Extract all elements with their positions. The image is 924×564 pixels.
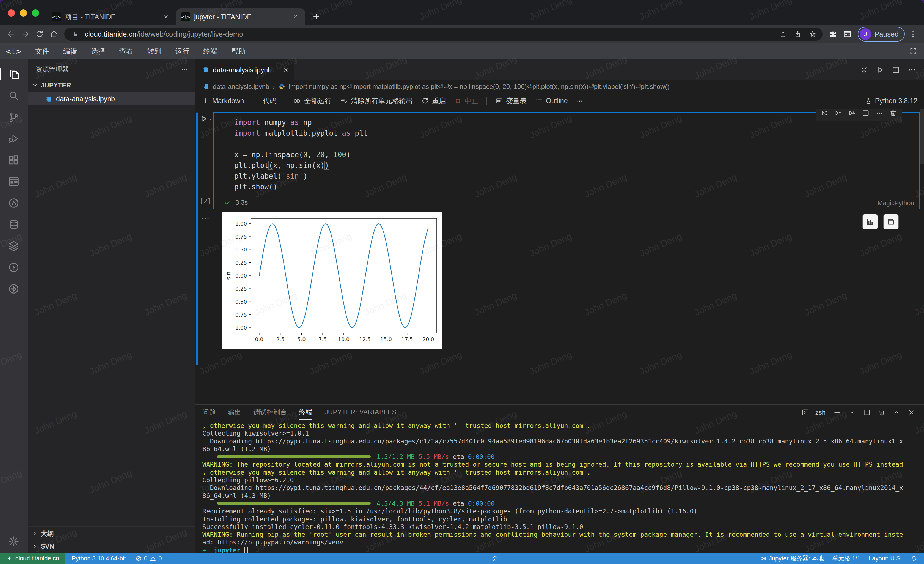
editor-scrollbar-thumb[interactable] (920, 109, 924, 164)
editor-tab-notebook[interactable]: data-analysis.ipynb (195, 59, 294, 80)
delete-cell-icon[interactable] (887, 109, 899, 119)
cell-code-editor[interactable]: import numpy as npimport matplotlib.pypl… (214, 113, 919, 192)
split-terminal-icon[interactable] (861, 407, 872, 418)
split-cell-icon[interactable] (860, 109, 872, 119)
minimize-window-button[interactable] (20, 9, 27, 17)
add-code-button[interactable]: 代码 (252, 96, 276, 105)
python-interpreter-status[interactable]: Python 3.10.4 64-bit (72, 555, 126, 562)
profile-button[interactable]: J Paused (858, 27, 905, 42)
add-markdown-button[interactable]: Markdown (202, 97, 244, 105)
run-cell-button[interactable] (199, 114, 214, 123)
resize-icon[interactable] (7, 282, 20, 295)
bookmark-star-icon[interactable] (807, 29, 818, 40)
breadcrumb-file[interactable]: data-analysis.ipynb (213, 83, 269, 90)
kernel-picker[interactable]: Python 3.8.12 (865, 97, 917, 105)
fullscreen-icon[interactable] (909, 47, 917, 55)
browser-tab-jupyter[interactable]: <t> jupyter - TITANIDE (176, 8, 305, 25)
interrupt-button[interactable]: 中止 (454, 96, 478, 105)
toolbar-more-icon[interactable]: ⋯ (576, 97, 583, 105)
layers-icon[interactable] (7, 239, 20, 253)
execute-below-icon[interactable] (846, 109, 858, 119)
address-bar[interactable]: cloud.titanide.cn/ide/web/coding/jupyter… (64, 27, 822, 41)
menu-view[interactable]: 查看 (112, 43, 140, 59)
menu-edit[interactable]: 编辑 (56, 43, 84, 59)
search-icon[interactable] (7, 89, 20, 102)
extensions-puzzle-icon[interactable] (827, 28, 839, 40)
side-panel-icon[interactable] (841, 28, 854, 40)
back-icon[interactable] (5, 28, 17, 40)
new-terminal-icon[interactable] (832, 407, 843, 418)
cell-language-label[interactable]: MagicPython (878, 200, 914, 207)
menu-terminal[interactable]: 终端 (196, 43, 224, 59)
problems-status[interactable]: 0 0 (135, 555, 162, 562)
variables-button[interactable]: 变量表 (495, 96, 526, 105)
run-cell-dropdown-icon[interactable] (208, 117, 213, 122)
clear-outputs-button[interactable]: 清除所有单元格输出 (340, 96, 413, 105)
browser-menu-icon[interactable] (907, 28, 919, 40)
editor-tab-close-icon[interactable] (282, 66, 289, 73)
sidebar-section-svn[interactable]: SVN (27, 540, 195, 553)
code-cell[interactable]: import numpy as npimport matplotlib.pypl… (213, 112, 920, 209)
notifications-bell-icon[interactable] (910, 555, 917, 562)
clipboard-icon[interactable] (777, 29, 788, 40)
panel-expand-chevrons-icon[interactable] (491, 553, 498, 564)
panel-tab-problems[interactable]: 问题 (202, 405, 216, 420)
outline-button[interactable]: Outline (535, 97, 568, 105)
home-icon[interactable] (48, 28, 60, 40)
menu-file[interactable]: 文件 (28, 43, 56, 59)
terminal-dropdown-icon[interactable] (846, 407, 858, 418)
close-panel-icon[interactable] (906, 407, 917, 418)
panel-tab-debug-console[interactable]: 调试控制台 (254, 405, 287, 420)
menu-go[interactable]: 转到 (140, 43, 168, 59)
execute-cell-and-below-icon[interactable] (819, 109, 830, 119)
terminal-output[interactable]: , otherwise you may silence this warning… (195, 420, 924, 553)
menu-selection[interactable]: 选择 (84, 43, 112, 59)
execute-above-icon[interactable] (832, 109, 844, 119)
run-all-button[interactable]: 全部运行 (293, 96, 332, 105)
tab-close-icon[interactable] (162, 12, 171, 21)
breadcrumb-code[interactable]: import numpy as np⏎import matplotlib.pyp… (289, 83, 669, 90)
settings-gear-icon[interactable] (7, 535, 20, 548)
sidebar-section-outline[interactable]: 大纲 (27, 526, 195, 541)
new-tab-button[interactable]: + (310, 11, 322, 23)
cell-position-status[interactable]: 单元格 1/1 (832, 554, 861, 562)
forward-icon[interactable] (19, 28, 32, 40)
power-icon[interactable] (7, 261, 20, 274)
output-more-icon[interactable]: ⋯ (201, 214, 210, 223)
panel-tab-jupyter-variables[interactable]: JUPYTER: VARIABLES (324, 405, 396, 420)
sidebar-file-notebook[interactable]: data-analysis.ipynb (27, 92, 195, 105)
split-editor-icon[interactable] (890, 64, 902, 76)
run-debug-icon[interactable] (7, 132, 20, 145)
explorer-icon[interactable] (7, 68, 20, 81)
cell-more-actions-icon[interactable] (874, 109, 885, 119)
reload-icon[interactable] (33, 28, 46, 40)
maximize-panel-icon[interactable] (891, 407, 902, 418)
panel-tab-output[interactable]: 输出 (228, 405, 242, 420)
share-icon[interactable] (792, 29, 803, 40)
save-plot-button[interactable] (883, 214, 899, 229)
menu-help[interactable]: 帮助 (224, 43, 252, 59)
sidebar-section-jupyter[interactable]: JUPYTER (27, 78, 195, 92)
editor-more-actions-icon[interactable] (906, 64, 918, 76)
zoom-window-button[interactable] (32, 9, 39, 17)
jupyter-server-status[interactable]: Jupyter 服务器: 本地 (760, 554, 824, 562)
open-in-plot-viewer-button[interactable] (862, 214, 878, 229)
browser-tab-project[interactable]: <t> 项目 - TITANIDE (47, 8, 176, 25)
run-notebook-icon[interactable] (874, 64, 886, 76)
shell-name[interactable]: zsh (815, 409, 825, 416)
remote-indicator[interactable]: cloud.titanide.cn (0, 553, 65, 564)
source-control-icon[interactable] (7, 111, 20, 124)
kill-terminal-icon[interactable] (876, 407, 887, 418)
live-share-icon[interactable] (7, 196, 20, 210)
extensions-icon[interactable] (7, 153, 20, 167)
restart-kernel-button[interactable]: 重启 (421, 96, 446, 105)
notebook-settings-gear-icon[interactable] (858, 64, 870, 76)
database-icon[interactable] (7, 218, 20, 231)
browser-preview-icon[interactable] (7, 175, 20, 188)
panel-tab-terminal[interactable]: 终端 (299, 405, 313, 420)
menu-run[interactable]: 运行 (168, 43, 196, 59)
tab-close-icon[interactable] (291, 12, 300, 21)
sidebar-more-icon[interactable] (181, 65, 188, 73)
breadcrumb[interactable]: data-analysis.ipynb › import numpy as np… (195, 80, 924, 93)
close-window-button[interactable] (8, 9, 15, 17)
